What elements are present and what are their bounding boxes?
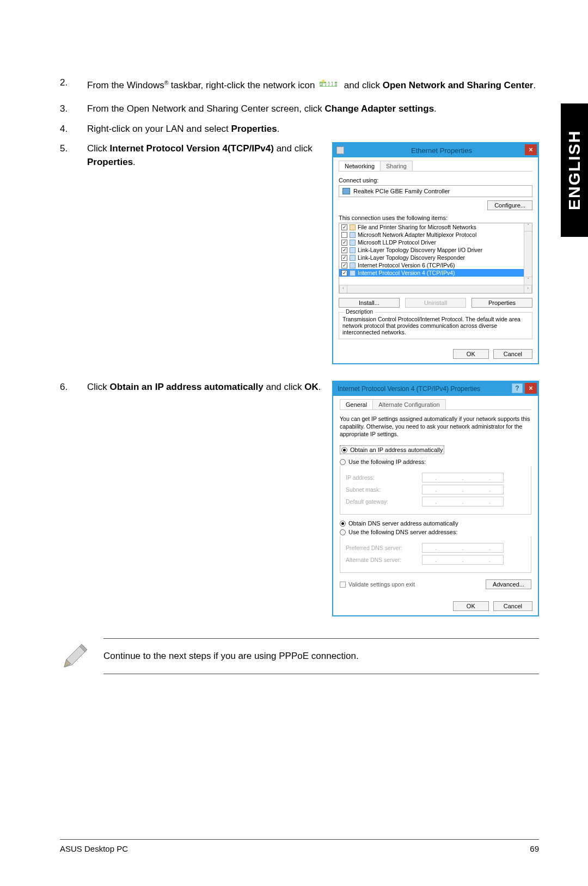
radio-label: Obtain an IP address automatically xyxy=(350,447,443,453)
language-tab: ENGLISH xyxy=(561,103,588,237)
cancel-button[interactable]: Cancel xyxy=(493,601,532,611)
horizontal-scrollbar[interactable]: ‹› xyxy=(339,285,532,293)
protocol-item[interactable]: ✓Internet Protocol Version 4 (TCP/IPv4) xyxy=(339,269,532,277)
dialog-titlebar: Internet Protocol Version 4 (TCP/IPv4) P… xyxy=(333,382,538,396)
nic-box: Realtek PCIe GBE Family Controller xyxy=(339,185,532,197)
text: . xyxy=(318,382,321,392)
text: and click xyxy=(264,382,305,392)
step-body: Click Internet Protocol Version 4(TCP/IP… xyxy=(87,142,322,169)
radio-label: Use the following DNS server addresses: xyxy=(348,529,458,535)
protocol-item[interactable]: ✓Internet Protocol Version 6 (TCP/IPv6) xyxy=(339,261,532,269)
item-icon xyxy=(350,270,356,276)
radio-label: Use the following IP address: xyxy=(348,459,426,465)
item-icon xyxy=(350,240,356,246)
page-content: 2. From the Windows® taskbar, right-clic… xyxy=(60,76,539,674)
checkbox-icon: ✓ xyxy=(341,255,347,261)
protocol-item[interactable]: ✓File and Printer Sharing for Microsoft … xyxy=(339,223,532,231)
ipv4-properties-dialog: Internet Protocol Version 4 (TCP/IPv4) P… xyxy=(332,381,539,616)
install-button[interactable]: Install... xyxy=(339,298,400,308)
description-text: Transmission Control Protocol/Internet P… xyxy=(342,316,520,335)
cancel-button[interactable]: Cancel xyxy=(493,349,532,359)
tab-sharing[interactable]: Sharing xyxy=(380,161,413,171)
radio-use-following-ip[interactable]: Use the following IP address: xyxy=(340,459,531,465)
gateway-field[interactable]: ... xyxy=(422,497,504,506)
dialog-title: Ethernet Properties xyxy=(348,146,535,155)
text: From the Windows xyxy=(87,80,164,90)
text: . xyxy=(133,157,136,167)
connect-using-label: Connect using: xyxy=(339,177,532,184)
note-text: Continue to the next steps if you are us… xyxy=(103,638,539,674)
nic-icon xyxy=(342,188,350,194)
checkbox-icon: ✓ xyxy=(341,270,347,276)
tab-strip: Networking Sharing xyxy=(339,161,532,172)
checkbox-icon: ✓ xyxy=(341,247,347,253)
uninstall-button[interactable]: Uninstall xyxy=(405,298,466,308)
description-legend: Description xyxy=(344,309,375,315)
alternate-dns-label: Alternate DNS server: xyxy=(346,557,422,563)
item-label: Microsoft Network Adapter Multiplexor Pr… xyxy=(358,231,476,238)
step-number: 2. xyxy=(60,76,87,96)
item-label: Internet Protocol Version 6 (TCP/IPv6) xyxy=(358,262,455,268)
bold-text: OK xyxy=(304,382,318,392)
item-icon xyxy=(350,232,356,238)
properties-button[interactable]: Properties xyxy=(471,298,532,308)
step-number: 6. xyxy=(60,381,87,394)
note-section: Continue to the next steps if you are us… xyxy=(60,638,539,674)
text: taskbar, right-click the network icon xyxy=(168,80,317,90)
item-label: Link-Layer Topology Discovery Mapper I/O… xyxy=(358,247,482,253)
gateway-label: Default gateway: xyxy=(346,498,422,505)
ip-fields-group: IP address:... Subnet mask:... Default g… xyxy=(340,466,531,515)
text: Click xyxy=(87,382,110,392)
close-button[interactable]: × xyxy=(525,144,537,155)
protocol-item[interactable]: ✓Link-Layer Topology Discovery Responder xyxy=(339,254,532,261)
bold-text: Obtain an IP address automatically xyxy=(110,382,264,392)
ip-address-label: IP address: xyxy=(346,474,422,481)
protocol-item[interactable]: ✓Link-Layer Topology Discovery Mapper I/… xyxy=(339,246,532,254)
item-label: Microsoft LLDP Protocol Driver xyxy=(358,239,436,246)
subnet-field[interactable]: ... xyxy=(422,485,504,494)
items-listbox[interactable]: ✓File and Printer Sharing for Microsoft … xyxy=(339,223,532,294)
dns-fields-group: Preferred DNS server:... Alternate DNS s… xyxy=(340,536,531,573)
item-icon xyxy=(350,247,356,253)
tab-networking[interactable]: Networking xyxy=(339,161,381,171)
item-icon xyxy=(350,255,356,261)
ip-address-field[interactable]: ... xyxy=(422,473,504,482)
alternate-dns-field[interactable]: ... xyxy=(422,555,504,565)
registered-mark: ® xyxy=(164,80,168,86)
step-4: 4. Right-click on your LAN and select Pr… xyxy=(60,123,539,136)
step-body: Right-click on your LAN and select Prope… xyxy=(87,123,539,136)
footer-page-number: 69 xyxy=(530,844,539,853)
items-label: This connection uses the following items… xyxy=(339,215,532,221)
preferred-dns-field[interactable]: ... xyxy=(422,543,504,553)
close-button[interactable]: × xyxy=(525,383,537,394)
protocol-item[interactable]: ✓Microsoft LLDP Protocol Driver xyxy=(339,239,532,246)
protocol-item[interactable]: Microsoft Network Adapter Multiplexor Pr… xyxy=(339,231,532,239)
radio-obtain-dns-auto[interactable]: Obtain DNS server address automatically xyxy=(340,520,531,527)
radio-use-following-dns[interactable]: Use the following DNS server addresses: xyxy=(340,529,531,535)
configure-button[interactable]: Configure... xyxy=(487,200,532,210)
text: Right-click on your LAN and select xyxy=(87,124,231,134)
radio-obtain-ip-auto[interactable]: Obtain an IP address automatically xyxy=(340,445,444,454)
radio-icon xyxy=(340,459,346,465)
tab-general[interactable]: General xyxy=(340,399,373,410)
radio-icon xyxy=(340,529,346,535)
footer-left: ASUS Desktop PC xyxy=(60,844,128,853)
vertical-scrollbar[interactable]: ˄˅ xyxy=(524,223,532,285)
text: and click xyxy=(344,80,383,90)
subnet-label: Subnet mask: xyxy=(346,486,422,493)
checkbox-icon: ✓ xyxy=(341,240,347,246)
step-5: 5. Click Internet Protocol Version 4(TCP… xyxy=(60,142,322,169)
validate-checkbox-row[interactable]: Validate settings upon exit xyxy=(340,581,415,588)
info-text: You can get IP settings assigned automat… xyxy=(340,415,531,438)
text: Click xyxy=(87,143,110,154)
tab-alternate[interactable]: Alternate Configuration xyxy=(372,399,446,410)
ok-button[interactable]: OK xyxy=(453,349,489,359)
nic-name: Realtek PCIe GBE Family Controller xyxy=(353,188,450,194)
item-label: Link-Layer Topology Discovery Responder xyxy=(358,254,465,261)
advanced-button[interactable]: Advanced... xyxy=(486,579,531,589)
text: and click xyxy=(274,143,313,154)
ok-button[interactable]: OK xyxy=(453,601,489,611)
description-box: Description Transmission Control Protoco… xyxy=(339,312,532,339)
text: From the Open Network and Sharing Center… xyxy=(87,103,325,114)
help-button[interactable]: ? xyxy=(512,383,523,393)
